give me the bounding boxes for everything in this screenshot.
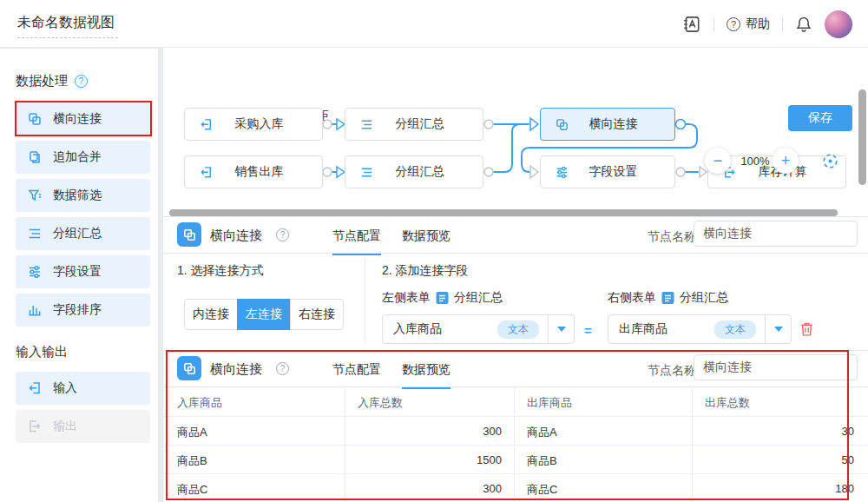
main-panel: 水平等距 垂直等距 保存 bbox=[163, 48, 868, 502]
append-merge-icon bbox=[27, 149, 43, 165]
field-sort-icon bbox=[27, 302, 43, 318]
vertical-scrollbar[interactable] bbox=[858, 89, 866, 185]
table-cell: 300 bbox=[349, 425, 502, 438]
divider bbox=[365, 259, 365, 344]
table-cell: 商品B bbox=[527, 453, 557, 469]
page-title[interactable]: 未命名数据视图 bbox=[17, 14, 118, 38]
help-label: 帮助 bbox=[746, 17, 770, 32]
locate-center-icon[interactable] bbox=[819, 150, 841, 172]
right-field-dropdown[interactable]: 出库商品 文本 bbox=[608, 314, 792, 344]
table-cell: 商品A bbox=[177, 425, 207, 440]
tab-data-preview[interactable]: 数据预览 bbox=[402, 362, 450, 389]
help-circle-icon[interactable]: ? bbox=[276, 362, 289, 375]
flow-node-purchase-in[interactable]: 采购入库 bbox=[184, 108, 323, 141]
sidebar-item-field-settings[interactable]: 字段设置 bbox=[16, 255, 150, 288]
avatar[interactable] bbox=[825, 10, 852, 38]
table-cell: 30 bbox=[696, 425, 854, 438]
dropdown-caret[interactable] bbox=[548, 315, 574, 343]
step2-title: 2. 添加连接字段 bbox=[382, 263, 469, 279]
sidebar-item-data-filter[interactable]: 数据筛选 bbox=[16, 179, 150, 212]
flow-node-group-summary-1[interactable]: 分组汇总 bbox=[345, 108, 483, 141]
sidebar-item-field-sort[interactable]: 字段排序 bbox=[16, 294, 150, 327]
node-name-input[interactable] bbox=[694, 221, 858, 247]
form-doc-icon bbox=[436, 291, 449, 305]
help-circle-icon[interactable]: ? bbox=[276, 228, 289, 241]
field-settings-icon bbox=[27, 264, 43, 280]
field-type-badge: 文本 bbox=[497, 320, 539, 339]
horizontal-join-icon bbox=[27, 111, 43, 127]
sidebar-item-append-merge[interactable]: 追加合并 bbox=[16, 141, 150, 174]
divider bbox=[163, 253, 868, 254]
id-card-icon[interactable] bbox=[682, 15, 701, 34]
join-type-selector: 内连接 左连接 右连接 bbox=[184, 299, 344, 330]
table-border bbox=[692, 386, 693, 502]
tab-node-config[interactable]: 节点配置 bbox=[332, 362, 381, 386]
tab-node-config[interactable]: 节点配置 bbox=[332, 228, 381, 255]
table-border bbox=[514, 386, 515, 502]
top-bar: 未命名数据视图 ? 帮助 bbox=[0, 0, 868, 48]
horizontal-join-icon bbox=[555, 117, 569, 132]
sidebar-item-input[interactable]: 输入 bbox=[16, 372, 150, 405]
sidebar-item-output: 输出 bbox=[16, 410, 150, 443]
input-icon bbox=[27, 380, 43, 396]
table-cell: 商品B bbox=[177, 453, 207, 469]
field-settings-icon bbox=[555, 165, 569, 180]
sidebar-item-horizontal-join[interactable]: 横向连接 bbox=[16, 102, 150, 135]
filter-icon bbox=[27, 188, 43, 203]
input-icon bbox=[199, 117, 214, 132]
node-name-input[interactable] bbox=[694, 354, 858, 380]
table-cell: 1500 bbox=[349, 453, 502, 466]
table-cell: 商品C bbox=[177, 482, 207, 498]
bell-icon[interactable] bbox=[795, 16, 812, 33]
flow-node-horizontal-join[interactable]: 横向连接 bbox=[540, 108, 675, 141]
input-icon bbox=[199, 165, 214, 180]
zoom-in-button[interactable]: + bbox=[773, 148, 799, 174]
divider bbox=[163, 216, 868, 217]
left-field-dropdown[interactable]: 入库商品 文本 bbox=[382, 314, 575, 344]
group-summary-icon bbox=[359, 117, 374, 132]
help-circle-icon[interactable]: ? bbox=[75, 75, 88, 88]
divider bbox=[782, 17, 783, 31]
dropdown-caret[interactable] bbox=[765, 315, 791, 343]
sidebar-item-group-summary[interactable]: 分组汇总 bbox=[16, 217, 150, 250]
divider bbox=[713, 17, 714, 31]
table-header: 出库商品 bbox=[527, 395, 572, 411]
flow-node-group-summary-2[interactable]: 分组汇总 bbox=[345, 155, 483, 188]
join-left-button[interactable]: 左连接 bbox=[237, 299, 291, 330]
step1-title: 1. 选择连接方式 bbox=[177, 263, 264, 279]
left-field-value: 入库商品 bbox=[383, 321, 497, 337]
panel-title: 横向连接 bbox=[210, 361, 262, 378]
flow-node-field-settings[interactable]: 字段设置 bbox=[540, 155, 675, 188]
equals-sign: = bbox=[584, 323, 592, 338]
table-border bbox=[345, 386, 345, 502]
flow-node-sales-out[interactable]: 销售出库 bbox=[184, 155, 323, 188]
divider bbox=[163, 350, 868, 351]
right-field-value: 出库商品 bbox=[608, 321, 714, 337]
help-button[interactable]: ? 帮助 bbox=[727, 17, 770, 32]
zoom-out-button[interactable]: − bbox=[705, 148, 731, 174]
group-summary-icon bbox=[359, 165, 374, 180]
sidebar: 数据处理 ? 横向连接 追加合并 数据筛选 分组汇总 字段设置 bbox=[0, 49, 159, 502]
sidebar-section-input-output: 输入输出 bbox=[16, 344, 68, 360]
table-cell: 50 bbox=[696, 453, 854, 466]
question-icon: ? bbox=[727, 17, 740, 31]
output-icon bbox=[27, 419, 43, 434]
zoom-level: 100% bbox=[733, 155, 778, 168]
tab-data-preview[interactable]: 数据预览 bbox=[402, 228, 450, 253]
table-cell: 300 bbox=[349, 482, 502, 495]
table-header: 入库商品 bbox=[177, 395, 222, 411]
form-doc-icon bbox=[661, 291, 674, 305]
join-right-button[interactable]: 右连接 bbox=[290, 299, 344, 330]
table-border bbox=[163, 416, 868, 417]
right-form-row: 右侧表单 分组汇总 bbox=[608, 290, 728, 306]
horizontal-scrollbar[interactable] bbox=[169, 209, 838, 216]
sidebar-section-data-processing: 数据处理 ? bbox=[16, 73, 88, 89]
table-header: 出库总数 bbox=[705, 395, 750, 411]
delete-field-icon[interactable] bbox=[799, 321, 814, 337]
table-header: 入库总数 bbox=[358, 395, 403, 411]
table-cell: 商品C bbox=[527, 482, 557, 498]
table-border bbox=[163, 445, 868, 446]
panel-title: 横向连接 bbox=[210, 228, 262, 244]
table-border bbox=[163, 473, 868, 474]
join-inner-button[interactable]: 内连接 bbox=[184, 299, 238, 330]
